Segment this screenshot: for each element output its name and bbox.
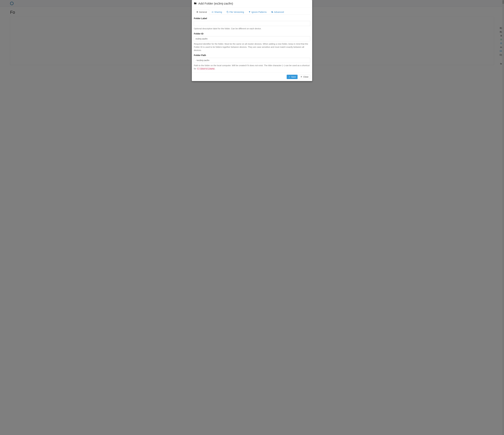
- tab-ignore-label: Ignore Patterns: [252, 11, 267, 13]
- folder-path-label: Folder Path: [194, 54, 310, 57]
- folder-path-help-post: .: [215, 68, 216, 70]
- tab-sharing-label: Sharing: [214, 11, 222, 13]
- folder-label-input[interactable]: [194, 21, 310, 26]
- tab-general[interactable]: General: [194, 9, 209, 15]
- modal-header: Add Folder (es3mj-zacfm): [192, 0, 312, 7]
- close-icon: [300, 76, 303, 78]
- tab-general-label: General: [199, 11, 207, 13]
- folder-id-help: Required identifier for the folder. Must…: [194, 42, 310, 52]
- folder-path-group: Folder Path Path to the folder on the lo…: [194, 54, 310, 70]
- folder-path-help: Path to the folder on the local computer…: [194, 64, 310, 70]
- folder-icon: [194, 2, 197, 5]
- add-folder-modal: Add Folder (es3mj-zacfm) General Sharing: [192, 0, 312, 81]
- share-icon: [211, 11, 214, 13]
- copy-icon: [227, 11, 229, 13]
- tab-bar: General Sharing File Versioning Ignore P…: [194, 9, 310, 15]
- tab-advanced-label: Advanced: [274, 11, 284, 13]
- folder-label-help: Optional descriptive label for the folde…: [194, 27, 310, 30]
- tab-advanced[interactable]: Advanced: [269, 9, 286, 15]
- close-button-label: Close: [303, 76, 308, 78]
- close-button[interactable]: Close: [299, 75, 310, 79]
- folder-label-group: Folder Label Optional descriptive label …: [194, 17, 310, 30]
- tab-ignore-patterns[interactable]: Ignore Patterns: [246, 9, 269, 15]
- folder-path-help-code: C:\Users\iowna: [197, 67, 215, 70]
- check-icon: [288, 76, 290, 78]
- tab-file-versioning[interactable]: File Versioning: [224, 9, 246, 15]
- save-button[interactable]: Save: [287, 75, 297, 79]
- modal-title: Add Folder (es3mj-zacfm): [198, 2, 233, 5]
- cogs-icon: [271, 11, 273, 13]
- gear-icon: [196, 11, 198, 13]
- folder-label-label: Folder Label: [194, 17, 310, 20]
- folder-path-input[interactable]: [194, 58, 310, 63]
- tab-sharing[interactable]: Sharing: [209, 9, 224, 15]
- modal-body: General Sharing File Versioning Ignore P…: [192, 7, 312, 73]
- tab-versioning-label: File Versioning: [229, 11, 244, 13]
- save-button-label: Save: [291, 76, 296, 78]
- folder-id-group: Folder ID Required identifier for the fo…: [194, 32, 310, 52]
- folder-id-label: Folder ID: [194, 32, 310, 35]
- modal-footer: Save Close: [192, 73, 312, 81]
- filter-icon: [249, 11, 251, 13]
- folder-id-input[interactable]: [194, 36, 310, 41]
